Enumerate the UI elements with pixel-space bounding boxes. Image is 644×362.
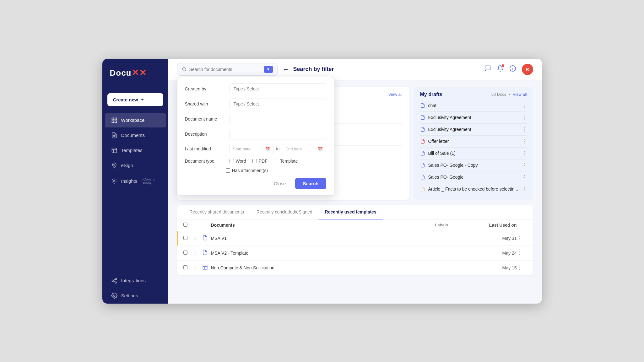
doc-more-button[interactable]: ⋮ <box>398 115 403 121</box>
type-word-checkbox[interactable] <box>230 159 234 163</box>
draft-more-button[interactable]: ⋮ <box>522 186 527 192</box>
my-drafts-panel: My drafts 50 Docs • View all chat <box>414 87 533 200</box>
draft-name-salespo: Sales PO- Google <box>428 175 464 180</box>
draft-file-icon <box>420 115 425 120</box>
search-bar[interactable]: ▼ <box>177 63 278 76</box>
svg-rect-1 <box>115 118 116 120</box>
create-new-button[interactable]: Create new + <box>107 93 163 106</box>
description-row: Description <box>185 129 326 139</box>
row-checkbox[interactable] <box>183 265 187 269</box>
close-button[interactable]: Close <box>268 178 291 189</box>
logo: Docu✕✕ <box>110 68 147 78</box>
row-checkbox[interactable] <box>183 251 187 255</box>
notifications-button[interactable] <box>497 65 504 73</box>
row-more[interactable]: ⋮ <box>517 235 527 241</box>
star-icon[interactable]: ☆ <box>193 236 198 241</box>
search-input[interactable] <box>189 67 262 72</box>
template-icon <box>202 264 208 270</box>
templates-icon <box>111 147 117 154</box>
sidebar-item-integrations[interactable]: Integrations <box>105 273 166 288</box>
created-by-input[interactable] <box>230 84 326 94</box>
shared-view-all-link[interactable]: View all <box>388 92 403 97</box>
start-date-placeholder: Start date <box>233 147 251 151</box>
select-all-checkbox[interactable] <box>183 223 187 227</box>
row-more-button[interactable]: ⋮ <box>517 250 522 256</box>
draft-more-button[interactable]: ⋮ <box>522 115 527 121</box>
draft-item-chat: chat ⋮ <box>420 100 527 112</box>
has-attachment-option[interactable]: Has attachment(s) <box>226 168 326 173</box>
sidebar-item-insights[interactable]: Insights (Coming soon) <box>105 173 166 189</box>
avatar[interactable]: R <box>522 64 533 75</box>
svg-line-14 <box>113 281 115 282</box>
draft-file-icon <box>420 186 425 192</box>
doc-more-button[interactable]: ⋮ <box>398 159 403 165</box>
svg-rect-3 <box>115 121 116 122</box>
row-checkbox[interactable] <box>183 236 187 240</box>
type-pdf-checkbox[interactable] <box>252 159 257 163</box>
doc-more-button[interactable]: ⋮ <box>398 171 403 177</box>
draft-file-icon <box>420 151 425 156</box>
star-icon[interactable]: ☆ <box>193 265 198 270</box>
doc-more-button[interactable]: ⋮ <box>398 137 403 143</box>
doc-more-button[interactable]: ⋮ <box>398 104 403 110</box>
drafts-count: 50 Docs <box>491 92 506 97</box>
sidebar-item-documents[interactable]: Documents <box>105 128 166 143</box>
chat-button[interactable] <box>484 65 491 73</box>
row-star[interactable]: ☆ <box>193 265 202 271</box>
has-attachment-checkbox[interactable] <box>226 168 230 173</box>
sidebar-item-esign[interactable]: eSign <box>105 158 166 173</box>
document-name-input[interactable] <box>230 114 326 124</box>
sidebar-item-workspace[interactable]: Workspace <box>105 113 166 127</box>
sidebar-item-templates[interactable]: Templates <box>105 143 166 158</box>
tab-recently-shared[interactable]: Recently shared documents <box>183 205 251 219</box>
date-separator: to <box>276 146 280 151</box>
bullet: • <box>509 92 510 97</box>
description-label: Description <box>185 132 226 137</box>
sidebar-item-settings[interactable]: Settings <box>105 289 166 303</box>
row-check <box>183 235 193 241</box>
row-more[interactable]: ⋮ <box>517 265 527 271</box>
row-more[interactable]: ⋮ <box>517 250 527 256</box>
draft-item-left: Article _ Facts to be checked before sel… <box>420 186 518 192</box>
star-icon[interactable]: ☆ <box>193 251 198 256</box>
type-template-option[interactable]: Template <box>274 159 298 164</box>
doc-more-button[interactable]: ⋮ <box>398 148 403 154</box>
type-pdf-label: PDF <box>259 159 268 164</box>
drafts-count-row: 50 Docs • View all <box>491 92 527 97</box>
search-button[interactable]: Search <box>295 178 326 189</box>
draft-item-exclusivity1: Exclusivity Agreement ⋮ <box>420 112 527 124</box>
draft-pdf-icon <box>420 139 425 144</box>
draft-more-button[interactable]: ⋮ <box>522 162 527 168</box>
draft-more-button[interactable]: ⋮ <box>522 138 527 144</box>
tab-recently-templates[interactable]: Recently used templates <box>319 205 383 219</box>
draft-item-article: Article _ Facts to be checked before sel… <box>420 183 527 195</box>
draft-more-button[interactable]: ⋮ <box>522 103 527 109</box>
row-more-button[interactable]: ⋮ <box>517 265 522 271</box>
shared-with-input[interactable] <box>230 99 326 109</box>
header-labels-col: Labels <box>435 223 479 227</box>
type-template-checkbox[interactable] <box>274 159 278 163</box>
type-word-option[interactable]: Word <box>230 159 246 164</box>
table-header: Documents Labels Last Used on <box>177 219 533 231</box>
draft-item-salespo: Sales PO- Google ⋮ <box>420 171 527 183</box>
info-button[interactable] <box>509 65 516 73</box>
drafts-view-all-link[interactable]: View all <box>513 92 527 97</box>
draft-more-button[interactable]: ⋮ <box>522 174 527 180</box>
tab-recently-concluded[interactable]: Recently concluded/eSigned <box>250 205 318 219</box>
type-pdf-option[interactable]: PDF <box>252 159 268 164</box>
end-date-input[interactable]: End date 📅 <box>282 144 326 154</box>
row-star[interactable]: ☆ <box>193 235 202 241</box>
draft-more-button[interactable]: ⋮ <box>522 150 527 156</box>
row-check <box>183 265 193 271</box>
start-date-input[interactable]: Start date 📅 <box>230 144 273 154</box>
draft-item-bill: Bill of Sale (1) ⋮ <box>420 148 527 159</box>
row-more-button[interactable]: ⋮ <box>517 235 522 241</box>
search-icon <box>182 67 187 72</box>
draft-more-button[interactable]: ⋮ <box>522 127 527 132</box>
plus-icon: + <box>141 96 144 103</box>
search-by-filter-text: Search by filter <box>293 66 334 73</box>
row-star[interactable]: ☆ <box>193 250 202 256</box>
description-input[interactable] <box>230 129 326 139</box>
document-type-label: Document type <box>185 159 226 164</box>
search-dropdown-toggle[interactable]: ▼ <box>264 66 273 73</box>
